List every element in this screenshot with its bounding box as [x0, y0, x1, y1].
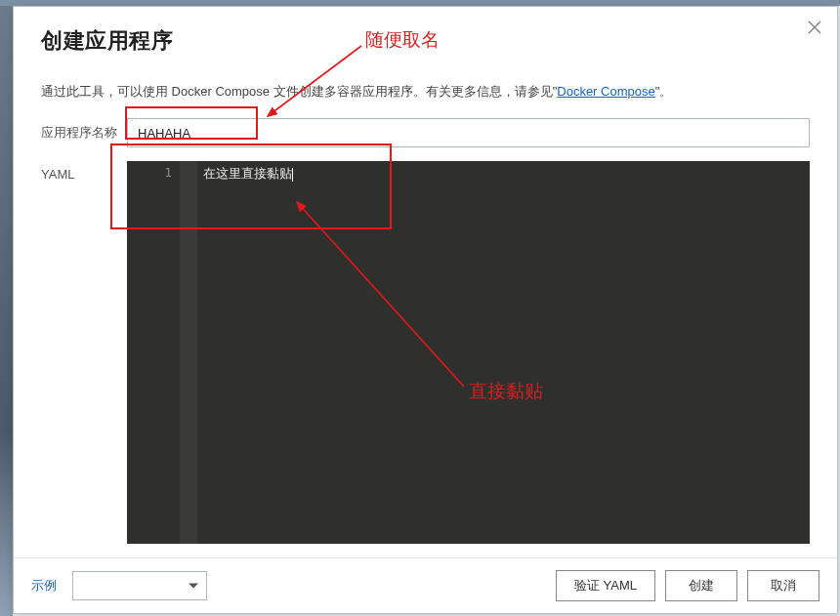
example-link[interactable]: 示例	[31, 577, 57, 595]
cancel-button[interactable]: 取消	[747, 570, 819, 601]
yaml-label: YAML	[41, 161, 127, 182]
app-name-label: 应用程序名称	[41, 118, 127, 142]
editor-fold-margin	[180, 161, 197, 544]
description-text: 通过此工具，可以使用 Docker Compose 文件创建多容器应用程序。有关…	[41, 83, 810, 101]
line-number-1: 1	[127, 165, 172, 180]
x-icon	[808, 21, 821, 34]
desc-after: "。	[655, 84, 673, 99]
editor-code-area[interactable]: 在这里直接黏贴	[197, 161, 810, 544]
yaml-row: YAML 1 在这里直接黏贴	[41, 161, 810, 544]
editor-gutter: 1	[127, 161, 180, 544]
validate-yaml-button[interactable]: 验证 YAML	[556, 570, 655, 601]
example-select[interactable]	[72, 571, 207, 600]
app-name-row: 应用程序名称	[41, 118, 810, 147]
create-application-modal: 创建应用程序 通过此工具，可以使用 Docker Compose 文件创建多容器…	[13, 6, 838, 614]
modal-body: 通过此工具，可以使用 Docker Compose 文件创建多容器应用程序。有关…	[14, 69, 837, 557]
modal-footer: 示例 验证 YAML 创建 取消	[14, 557, 837, 613]
app-name-input[interactable]	[127, 118, 810, 147]
modal-header: 创建应用程序	[14, 7, 837, 69]
docker-compose-link[interactable]: Docker Compose	[557, 84, 654, 99]
modal-title: 创建应用程序	[41, 26, 810, 56]
desc-before: 通过此工具，可以使用 Docker Compose 文件创建多容器应用程序。有关…	[41, 84, 557, 99]
example-select-wrap	[72, 571, 207, 600]
create-button[interactable]: 创建	[665, 570, 737, 601]
yaml-editor[interactable]: 1 在这里直接黏贴	[127, 161, 810, 544]
editor-line-1: 在这里直接黏贴	[203, 166, 292, 181]
editor-cursor	[292, 168, 293, 182]
window-left-edge	[0, 0, 13, 616]
close-icon[interactable]	[804, 17, 825, 38]
